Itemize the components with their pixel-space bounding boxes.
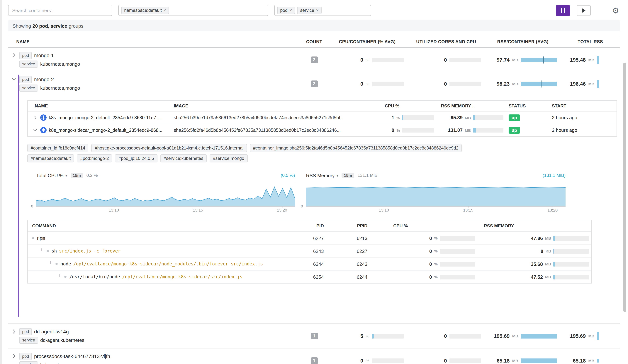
group-pill-service[interactable]: service × <box>297 7 321 14</box>
total-rss-minibar <box>597 80 599 88</box>
containers-table: NAME IMAGE CPU % RSS MEMORY↓ STATUS STAR… <box>27 100 617 137</box>
process-rss-metric: 35.68 MB <box>477 261 592 267</box>
total-rss-minibar <box>597 332 599 340</box>
group-row-dd-agent[interactable]: pod dd-agent-tw14g service dd-agent,kube… <box>8 324 620 349</box>
play-button[interactable] <box>577 5 591 16</box>
column-cpu[interactable]: CPU/CONTAINER (% AVG) <box>327 39 407 44</box>
container-image: sha256:5fd2fa46d5b8b456452fe67835a731138… <box>174 127 343 133</box>
search-input[interactable] <box>8 5 112 16</box>
column-rss-avg[interactable]: RSS/CONTAINER (AVG) <box>485 39 561 44</box>
kubernetes-icon <box>40 115 47 121</box>
total-rss-value: 195.48 <box>570 57 586 63</box>
tag[interactable]: #host:gke-processdocs-default-pool-a81d1… <box>91 144 247 152</box>
column-start[interactable]: START <box>547 103 617 109</box>
container-row[interactable]: k8s_mongo_mongo-2_default_2354edc9-8680-… <box>28 112 617 124</box>
column-total-rss[interactable]: TOTAL RSS <box>561 39 620 44</box>
chevron-right-icon[interactable] <box>32 116 38 120</box>
remove-group-icon[interactable]: × <box>316 8 319 13</box>
group-by-input[interactable]: pod × service × <box>274 5 371 16</box>
remove-filter-icon[interactable]: × <box>163 8 166 13</box>
process-row: └─ node /opt/cvallance/mongo-k8s-sidecar… <box>28 258 591 271</box>
chevron-down-icon[interactable] <box>11 77 17 82</box>
count-badge: 1 <box>311 357 318 364</box>
column-command[interactable]: COMMAND <box>28 223 287 229</box>
chart-metric-dropdown[interactable]: Total CPU % ▾ <box>36 173 67 178</box>
cores-bar <box>450 58 481 62</box>
rss-avg-metric: 97.74 MB <box>485 57 561 63</box>
chevron-right-icon[interactable] <box>11 53 17 58</box>
rss-avg-unit: MB <box>512 58 518 62</box>
cpu-unit: % <box>366 58 369 62</box>
process-bullet <box>65 276 67 278</box>
column-status[interactable]: STATUS <box>506 103 547 109</box>
column-container-name[interactable]: NAME <box>28 103 174 109</box>
column-process-cpu[interactable]: CPU % <box>371 223 477 229</box>
charts-row: Total CPU % ▾ 15m 0.2 % (0.5 %) 0 13:10 … <box>36 171 620 213</box>
tree-elbow: └─ <box>40 248 46 254</box>
total-rss-minibar <box>597 56 599 64</box>
settings-gear-icon[interactable]: ⚙ <box>612 6 619 14</box>
x-tick: 13:15 <box>193 208 203 212</box>
process-args: src/index.js -c forever <box>59 248 121 254</box>
cores-value: 0 <box>444 57 447 63</box>
vertical-scrollbar[interactable] <box>623 63 626 312</box>
cpu-unit: % <box>366 82 369 86</box>
column-count[interactable]: COUNT <box>301 39 327 44</box>
pod-badge: pod <box>19 52 32 59</box>
tag[interactable]: #namespace:default <box>27 154 74 162</box>
filter-input-namespace[interactable]: namespace:default × <box>118 5 268 16</box>
column-name[interactable]: NAME <box>8 39 301 44</box>
groups-table: NAME COUNT CPU/CONTAINER (% AVG) UTILIZE… <box>8 36 620 364</box>
process-command: node <box>61 261 71 267</box>
filter-pill-namespace[interactable]: namespace:default × <box>121 7 169 14</box>
container-row-expanded[interactable]: k8s_mongo-sidecar_mongo-2_default_2354ed… <box>28 124 617 136</box>
container-rss-metric: 131.07 MB <box>435 127 506 133</box>
group-row-processdocs-task[interactable]: pod processdocs-task-644677813-vljfh ser… <box>8 349 620 364</box>
chart-metric-dropdown[interactable]: RSS Memory ▾ <box>306 173 338 178</box>
pause-button[interactable] <box>556 5 570 16</box>
group-pill-pod[interactable]: pod × <box>277 7 295 14</box>
group-row-mongo-1[interactable]: pod mongo-1 service kubernetes,mongo 2 0… <box>8 48 620 72</box>
toolbar: namespace:default × pod × service × ⚙ <box>0 0 628 20</box>
column-process-rss[interactable]: RSS MEMORY <box>477 223 592 229</box>
pod-badge: pod <box>19 76 32 83</box>
process-ppid: 6243 <box>327 261 371 267</box>
remove-group-icon[interactable]: × <box>289 8 292 13</box>
process-rss-metric: 8 KB <box>477 248 592 254</box>
cpu-chart: Total CPU % ▾ 15m 0.2 % (0.5 %) 0 13:10 … <box>36 171 295 213</box>
rss-avg-metric: 65.18 MB <box>485 358 561 364</box>
column-container-cpu[interactable]: CPU % <box>343 103 435 109</box>
tag[interactable]: #service:kubernetes <box>160 154 207 162</box>
pod-name: processdocs-task-644677813-vljfh <box>34 354 110 359</box>
column-pid[interactable]: PID <box>287 223 327 229</box>
table-header: NAME COUNT CPU/CONTAINER (% AVG) UTILIZE… <box>8 36 620 48</box>
process-ppid: 6244 <box>327 274 371 280</box>
column-cores[interactable]: UTILIZED CORES AND CPU <box>407 39 485 44</box>
chevron-down-icon[interactable] <box>32 128 38 132</box>
cpu-metric: 0 % <box>327 57 407 63</box>
rss-avg-value: 98.23 <box>497 81 510 87</box>
process-command: npm <box>37 236 45 241</box>
x-tick: 13:10 <box>379 208 389 212</box>
column-ppid[interactable]: PPID <box>327 223 371 229</box>
process-args: /opt/cvallance/mongo-k8s-sidecar/node_mo… <box>73 261 263 267</box>
chevron-right-icon[interactable] <box>11 354 17 359</box>
tag[interactable]: #container_image:sha256:5fd2fa46d5b8b456… <box>250 144 462 152</box>
column-container-rss[interactable]: RSS MEMORY↓ <box>435 103 506 109</box>
column-image[interactable]: IMAGE <box>174 103 343 109</box>
cpu-sparkline: 0 <box>36 186 295 207</box>
x-tick: 13:20 <box>548 208 557 212</box>
total-rss-unit: MB <box>588 58 594 62</box>
group-row-mongo-2[interactable]: pod mongo-2 service kubernetes,mongo 2 0… <box>8 75 620 92</box>
containers-table-header: NAME IMAGE CPU % RSS MEMORY↓ STATUS STAR… <box>28 101 617 112</box>
rss-avg-metric: 195.69 MB <box>485 333 561 339</box>
tag[interactable]: #container_id:fb18c9acf414 <box>27 144 88 152</box>
rss-chart: RSS Memory ▾ 15m 131.1 MiB (131.1 MiB) 0… <box>306 171 565 213</box>
cores-metric: 0 <box>407 81 485 87</box>
tag[interactable]: #service:mongo <box>210 154 247 162</box>
process-args: /opt/cvallance/mongo-k8s-sidecar/src/ind… <box>122 274 242 279</box>
x-tick: 13:20 <box>277 208 287 212</box>
chevron-right-icon[interactable] <box>11 329 17 334</box>
tag[interactable]: #pod:mongo-2 <box>77 154 112 162</box>
tag[interactable]: #pod_ip:10.24.0.5 <box>115 154 157 162</box>
